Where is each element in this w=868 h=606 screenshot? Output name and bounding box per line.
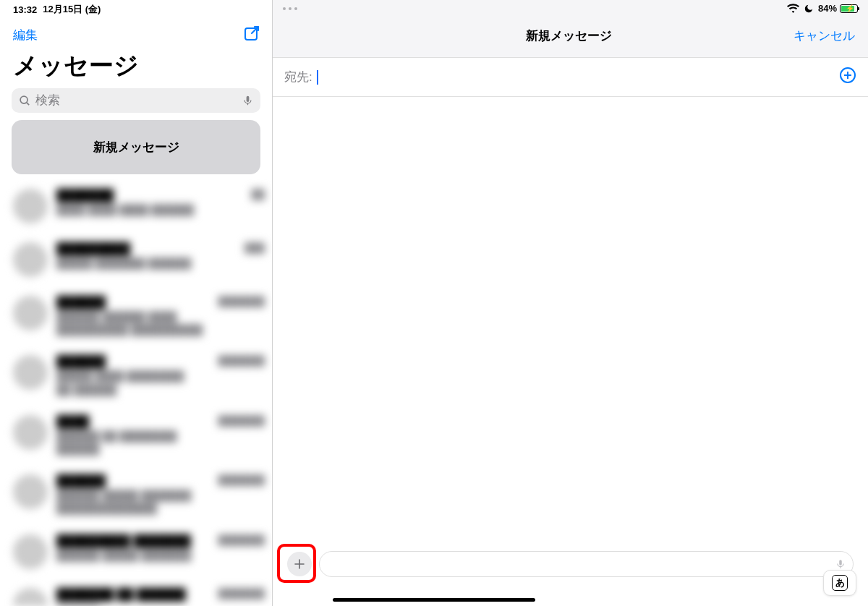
battery-percent: 84% — [818, 3, 837, 14]
status-bar-right: 84% ⚡ — [273, 0, 868, 14]
ime-switch-button[interactable]: あ — [823, 570, 856, 596]
plus-icon — [293, 558, 306, 571]
main-header: 84% ⚡ 新規メッセージ キャンセル — [273, 0, 868, 58]
mic-icon[interactable] — [242, 94, 253, 107]
selected-conversation-label: 新規メッセージ — [93, 139, 179, 155]
list-item[interactable]: ███████████████████ ██████ █████████████… — [13, 289, 265, 348]
dictation-icon[interactable] — [835, 558, 846, 571]
list-item[interactable]: ███████████████████ █████ ██████████████… — [13, 467, 265, 526]
main-pane: 84% ⚡ 新規メッセージ キャンセル 宛先: — [273, 0, 868, 606]
avatar — [13, 534, 48, 569]
status-bar-left: 13:32 12月15日 (金) — [0, 0, 272, 16]
add-contact-button[interactable] — [839, 67, 856, 88]
search-field[interactable] — [35, 93, 238, 108]
page-title: 新規メッセージ — [344, 27, 793, 44]
wifi-icon — [787, 4, 799, 13]
avatar — [13, 242, 48, 277]
attach-plus-button[interactable] — [287, 552, 312, 576]
list-item[interactable]: █████████████████ ███████ ██████ — [13, 235, 265, 289]
bolt-icon: ⚡ — [846, 4, 854, 12]
sidebar-title: メッセージ — [0, 45, 272, 88]
moon-icon — [804, 4, 814, 14]
status-time: 13:32 — [13, 4, 37, 15]
home-indicator[interactable] — [333, 598, 535, 602]
to-label: 宛先: — [284, 69, 312, 85]
svg-point-1 — [20, 96, 27, 103]
avatar — [13, 355, 48, 390]
avatar — [13, 474, 48, 509]
list-item[interactable]: █████████████████ ██ ██████████████ — [13, 408, 265, 467]
svg-line-2 — [27, 102, 30, 105]
status-date: 12月15日 (金) — [43, 3, 101, 16]
ime-label: あ — [832, 575, 848, 591]
multitask-dots-icon[interactable] — [283, 7, 297, 10]
to-input[interactable] — [317, 70, 835, 85]
to-field-row[interactable]: 宛先: — [273, 58, 868, 97]
selected-conversation[interactable]: 新規メッセージ — [12, 120, 260, 174]
conversation-list: █████████████ ████ ████ ██████ █████████… — [0, 182, 272, 606]
compose-icon[interactable] — [243, 25, 260, 45]
list-item[interactable]: █████████████ ████ ████ ██████ — [13, 182, 265, 235]
search-icon — [19, 95, 31, 107]
message-thread — [273, 97, 868, 551]
avatar — [13, 189, 48, 223]
list-item[interactable]: ███████ ██ ███████████████████ — [13, 581, 265, 607]
avatar — [13, 296, 48, 330]
message-input[interactable] — [319, 551, 854, 577]
search-input[interactable] — [12, 88, 260, 113]
cancel-button[interactable]: キャンセル — [793, 27, 855, 44]
list-item[interactable]: ██████████████████ ████ ██████████ █████… — [13, 348, 265, 407]
sidebar: 13:32 12月15日 (金) 編集 メッセージ 新規メッセージ — [0, 0, 273, 606]
battery-indicator: 84% ⚡ — [818, 3, 858, 14]
list-item[interactable]: █████████ ████████████████████ █████ ███… — [13, 527, 265, 581]
avatar — [13, 588, 48, 607]
edit-button[interactable]: 編集 — [13, 27, 38, 43]
avatar — [13, 415, 48, 450]
